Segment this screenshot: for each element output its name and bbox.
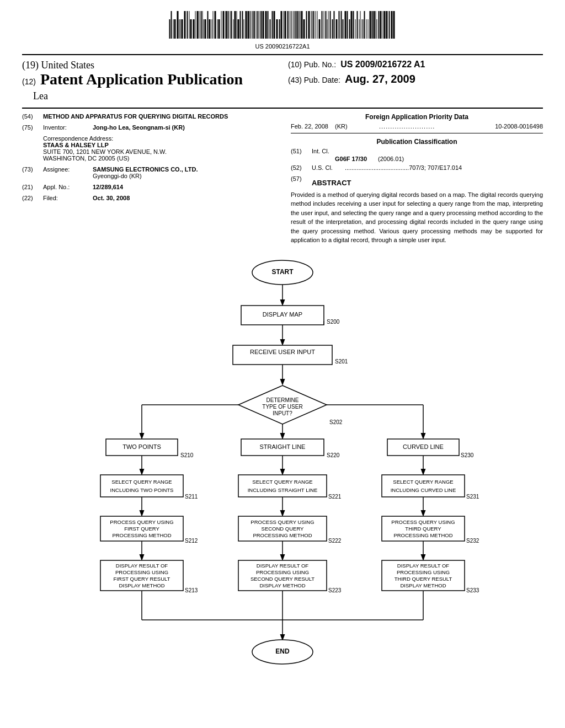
svg-rect-116 — [384, 11, 386, 39]
s233-label: S233 — [466, 587, 479, 593]
country-label: (19) United States — [22, 60, 277, 71]
inventor-label: Inventor: — [43, 124, 93, 131]
filed-label: Filed: — [43, 195, 93, 201]
us-cl-value: 707/3; 707/E17.014 — [409, 164, 462, 171]
process-third-label2: THIRD QUERY — [405, 525, 441, 531]
svg-rect-28 — [221, 11, 222, 39]
header-right: (10) Pub. No.: US 2009/0216722 A1 (43) P… — [277, 60, 543, 85]
right-column: Foreign Application Priority Data Feb. 2… — [291, 113, 543, 245]
curved-line-label: CURVED LINE — [403, 443, 444, 450]
us-cl-dots: ...................................... — [345, 164, 409, 171]
svg-rect-100 — [357, 11, 358, 39]
svg-rect-72 — [301, 11, 303, 39]
svg-rect-90 — [336, 19, 338, 39]
barcode-image — [145, 11, 420, 39]
pub-date-value: Aug. 27, 2009 — [345, 73, 415, 85]
svg-rect-7 — [180, 19, 181, 39]
s221-label: S221 — [328, 493, 342, 499]
svg-rect-84 — [326, 11, 327, 39]
svg-rect-10 — [187, 11, 188, 39]
svg-rect-119 — [391, 11, 393, 39]
svg-rect-14 — [195, 11, 196, 39]
us-cl-num: (52) — [291, 164, 312, 171]
svg-rect-102 — [360, 11, 361, 39]
process-third-label3: PROCESSING METHOD — [393, 532, 452, 538]
header-left: (19) United States (12) Patent Applicati… — [22, 60, 277, 102]
svg-rect-34 — [233, 19, 234, 39]
svg-rect-39 — [242, 11, 243, 39]
foreign-country: (KR) — [335, 123, 379, 130]
svg-rect-99 — [355, 19, 356, 39]
svg-rect-32 — [230, 11, 231, 39]
foreign-app-row: Feb. 22, 2008 (KR) .....................… — [291, 123, 543, 130]
svg-rect-52 — [265, 11, 267, 39]
svg-rect-78 — [313, 11, 315, 39]
abstract-num: (57) — [291, 175, 312, 189]
svg-rect-93 — [343, 19, 344, 39]
abstract-row: (57) ABSTRACT — [291, 175, 543, 189]
int-cl-row: (51) Int. Cl. — [291, 148, 543, 154]
svg-rect-85 — [327, 19, 328, 39]
svg-rect-63 — [289, 11, 290, 39]
svg-rect-50 — [261, 11, 262, 39]
s210-label: S210 — [180, 452, 194, 458]
svg-rect-53 — [268, 11, 269, 39]
main-content: (54) METHOD AND APPARATUS FOR QUERYING D… — [22, 113, 543, 245]
svg-rect-91 — [339, 11, 340, 39]
svg-rect-88 — [332, 19, 333, 39]
appl-value: 12/289,614 — [93, 184, 274, 190]
svg-rect-29 — [223, 11, 225, 39]
foreign-dots: ......................... — [379, 123, 495, 130]
title-content: METHOD AND APPARATUS FOR QUERYING DIGITA… — [43, 113, 274, 120]
svg-rect-4 — [174, 19, 176, 39]
s220-label: S220 — [327, 452, 340, 458]
appl-num: (21) — [22, 184, 43, 190]
svg-rect-98 — [353, 11, 354, 39]
svg-rect-8 — [182, 19, 183, 39]
filed-num: (22) — [22, 195, 43, 201]
display-third-label3: THIRD QUERY RESULT — [395, 575, 452, 581]
display-first-label3: FIRST QUERY RESULT — [114, 575, 170, 581]
process-second-label3: PROCESSING METHOD — [253, 532, 312, 538]
display-first-label2: PROCESSING USING — [115, 569, 168, 575]
svg-rect-113 — [379, 11, 380, 39]
svg-rect-12 — [190, 19, 192, 39]
filed-row: (22) Filed: Oct. 30, 2008 — [22, 195, 274, 201]
svg-rect-15 — [197, 11, 199, 39]
correspondence-addr2: WASHINGTON, DC 20005 (US) — [43, 155, 274, 162]
svg-rect-51 — [263, 11, 264, 39]
svg-rect-47 — [257, 11, 257, 39]
filed-value: Oct. 30, 2008 — [93, 195, 274, 201]
svg-rect-115 — [383, 11, 383, 39]
barcode-area — [22, 11, 543, 41]
process-first-label2: FIRST QUERY — [124, 525, 159, 531]
select-straight-label2: INCLUDING STRAIGHT LINE — [248, 486, 318, 493]
svg-rect-117 — [386, 11, 388, 39]
title-row: (54) METHOD AND APPARATUS FOR QUERYING D… — [22, 113, 274, 120]
svg-rect-92 — [341, 11, 342, 39]
svg-rect-69 — [297, 11, 299, 39]
flowchart-svg: START DISPLAY MAP S200 RECEIVE USER INPU… — [76, 256, 489, 670]
us-cl-row: (52) U.S. Cl. ..........................… — [291, 164, 543, 171]
svg-rect-2 — [171, 11, 172, 39]
process-first-label3: PROCESSING METHOD — [112, 532, 171, 538]
assignee-label: Assignee: — [43, 166, 93, 173]
svg-rect-49 — [260, 11, 260, 39]
svg-rect-18 — [202, 11, 203, 39]
pub-date-prefix: (43) Pub. Date: — [288, 76, 340, 84]
process-third-label1: PROCESS QUERY USING — [391, 518, 455, 524]
svg-rect-33 — [231, 11, 232, 39]
pub-class-title: Publication Classification — [291, 138, 543, 146]
svg-rect-44 — [251, 11, 252, 39]
svg-rect-35 — [234, 11, 236, 39]
svg-rect-9 — [184, 11, 186, 39]
svg-rect-107 — [368, 19, 369, 39]
svg-rect-74 — [306, 11, 307, 39]
assignee-loc: Gyeonggi-do (KR) — [93, 173, 142, 179]
svg-rect-108 — [370, 11, 371, 39]
correspondence-label: Correspondence Address: — [43, 135, 274, 142]
s222-label: S222 — [328, 537, 342, 543]
svg-rect-95 — [347, 11, 348, 39]
svg-rect-40 — [244, 19, 244, 39]
int-cl-year: (2006.01) — [378, 156, 404, 162]
